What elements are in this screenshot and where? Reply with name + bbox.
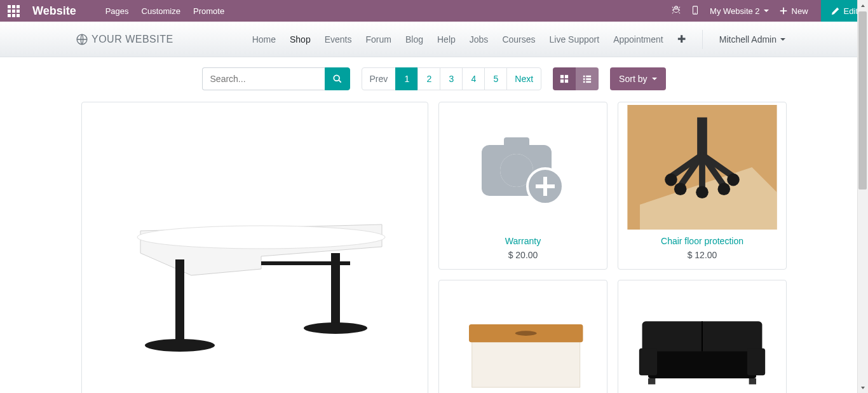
svg-point-37: [718, 183, 731, 196]
svg-rect-5: [565, 75, 568, 78]
product-card-storage[interactable]: [438, 280, 607, 393]
desk-image: [115, 148, 395, 364]
nav-home[interactable]: Home: [252, 34, 276, 45]
topbar: Website Pages Customize Promote My Websi…: [0, 0, 868, 22]
search-button[interactable]: [325, 67, 350, 90]
search-group: [202, 67, 350, 90]
pencil-icon: [831, 6, 840, 15]
nav-live-support[interactable]: Live Support: [550, 34, 600, 45]
svg-rect-22: [504, 137, 529, 150]
svg-rect-6: [560, 79, 564, 83]
nav-appointment[interactable]: Appointment: [613, 34, 663, 45]
bug-icon[interactable]: [672, 6, 681, 17]
grid-icon: [560, 74, 569, 83]
scroll-thumb[interactable]: [858, 11, 867, 190]
svg-point-35: [727, 174, 740, 186]
nav-user-label: Mitchell Admin: [719, 34, 776, 45]
scrollbar[interactable]: [857, 0, 868, 393]
svg-point-38: [696, 186, 709, 198]
page-4[interactable]: 4: [462, 67, 485, 90]
product-card-chair-floor[interactable]: Chair floor protection $ 12.00: [618, 102, 787, 270]
product-title: Warranty: [442, 236, 604, 246]
svg-rect-8: [583, 76, 585, 78]
product-card-desk[interactable]: [81, 102, 428, 393]
edit-button-label: Edit: [844, 6, 858, 16]
view-toggle: [553, 67, 599, 90]
storage-box-image: [442, 291, 604, 393]
svg-rect-48: [749, 378, 756, 384]
svg-point-36: [674, 183, 687, 196]
brand-title[interactable]: Website: [32, 4, 76, 18]
list-icon: [583, 74, 592, 83]
list-view-button[interactable]: [576, 67, 599, 90]
scroll-up-icon[interactable]: [858, 0, 868, 11]
nav-help[interactable]: Help: [437, 34, 456, 45]
svg-rect-7: [565, 79, 568, 83]
product-card-sofa[interactable]: [618, 280, 787, 393]
page-next[interactable]: Next: [506, 67, 541, 90]
page-5[interactable]: 5: [484, 67, 507, 90]
topbar-menu-promote[interactable]: Promote: [193, 6, 224, 16]
svg-point-1: [695, 12, 695, 13]
scroll-down-icon[interactable]: [858, 382, 868, 393]
svg-rect-20: [261, 261, 350, 265]
svg-rect-43: [648, 351, 756, 378]
svg-point-34: [665, 174, 677, 186]
caret-down-icon: [780, 38, 785, 41]
svg-point-3: [334, 75, 339, 81]
sofa-image: [621, 291, 783, 393]
new-button-label: New: [792, 6, 808, 16]
svg-rect-47: [648, 378, 655, 384]
nav-add-icon[interactable]: ✚: [677, 33, 686, 45]
nav-jobs[interactable]: Jobs: [470, 34, 489, 45]
mobile-icon[interactable]: [691, 6, 700, 17]
page-2[interactable]: 2: [417, 67, 440, 90]
svg-rect-39: [472, 340, 580, 388]
svg-rect-45: [747, 348, 765, 376]
website-selector[interactable]: My Website 2: [710, 6, 769, 16]
nav-forum[interactable]: Forum: [366, 34, 391, 45]
svg-rect-9: [586, 76, 591, 78]
svg-point-15: [137, 226, 385, 249]
svg-rect-28: [697, 118, 707, 155]
svg-point-18: [145, 339, 215, 352]
shop-toolbar: Prev 1 2 3 4 5 Next Sort by: [0, 57, 868, 98]
page-3[interactable]: 3: [440, 67, 463, 90]
nav-courses[interactable]: Courses: [502, 34, 535, 45]
search-icon: [333, 74, 342, 83]
product-price: $ 20.00: [442, 250, 604, 260]
topbar-menu-customize[interactable]: Customize: [142, 6, 180, 16]
topbar-menu-pages[interactable]: Pages: [105, 6, 129, 16]
product-title: Chair floor protection: [621, 236, 783, 246]
page-prev[interactable]: Prev: [362, 67, 397, 90]
svg-rect-12: [583, 81, 585, 83]
nav-user-dropdown[interactable]: Mitchell Admin: [719, 34, 785, 45]
svg-rect-10: [583, 78, 585, 80]
product-card-warranty[interactable]: Warranty $ 20.00: [438, 102, 607, 270]
svg-rect-13: [586, 81, 591, 83]
product-price: $ 12.00: [621, 250, 783, 260]
plus-icon: [779, 6, 788, 15]
svg-rect-16: [175, 259, 184, 342]
svg-point-19: [304, 322, 367, 334]
svg-rect-44: [639, 348, 657, 376]
nav-divider: [702, 30, 703, 49]
nav-shop[interactable]: Shop: [290, 34, 311, 45]
caret-down-icon: [652, 78, 657, 80]
nav-blog[interactable]: Blog: [405, 34, 423, 45]
navbar: YOUR WEBSITE Home Shop Events Forum Blog…: [0, 22, 868, 57]
website-selector-label: My Website 2: [710, 6, 760, 16]
sort-dropdown[interactable]: Sort by: [610, 67, 666, 90]
caret-down-icon: [764, 10, 769, 12]
product-grid: Warranty $ 20.00: [0, 102, 868, 393]
site-logo[interactable]: YOUR WEBSITE: [76, 34, 173, 45]
grid-view-button[interactable]: [553, 67, 576, 90]
page-1[interactable]: 1: [395, 67, 418, 90]
placeholder-image-icon: [469, 126, 577, 209]
new-button[interactable]: New: [779, 6, 808, 16]
search-input[interactable]: [202, 67, 325, 90]
nav-events[interactable]: Events: [325, 34, 352, 45]
svg-point-41: [515, 331, 537, 336]
pagination: Prev 1 2 3 4 5 Next: [362, 67, 542, 90]
apps-icon[interactable]: [8, 5, 20, 17]
